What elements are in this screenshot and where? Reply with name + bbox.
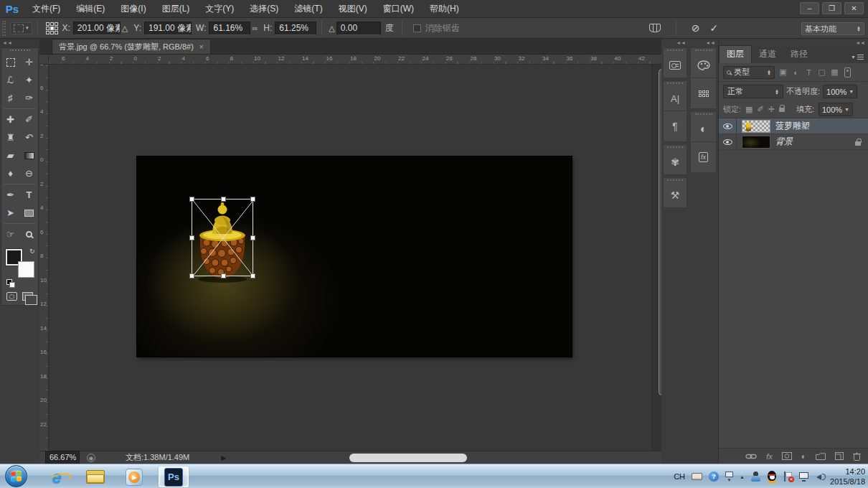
transform-handle-w[interactable] [189, 235, 194, 240]
filter-smart-object-icon[interactable]: ▦ [830, 67, 839, 77]
move-tool[interactable]: ✛ [20, 53, 39, 71]
lock-pixels-icon[interactable]: ✐ [757, 105, 763, 114]
taskbar-media-player[interactable]: ▶ [119, 466, 149, 487]
gradient-tool[interactable] [20, 146, 39, 164]
relative-position-toggle[interactable]: △ [122, 24, 128, 33]
tool-preset-picker[interactable]: ▾ [10, 22, 32, 34]
filter-adjustment-icon[interactable]: ◐ [791, 68, 801, 77]
angle-input[interactable]: 0.00 [336, 22, 381, 35]
network-icon[interactable] [799, 472, 810, 482]
transform-handle-s[interactable] [221, 273, 226, 278]
delete-layer-button[interactable] [853, 452, 861, 461]
crop-tool[interactable]: ♯ [1, 89, 20, 107]
quick-mask-button[interactable] [6, 292, 17, 301]
horizontal-scrollbar-thumb[interactable] [349, 454, 467, 462]
restore-button[interactable]: ❐ [822, 2, 841, 14]
layer-visibility-toggle[interactable] [719, 118, 737, 133]
cancel-transform-button[interactable]: ⊘ [692, 22, 700, 34]
commit-transform-button[interactable]: ✓ [710, 22, 719, 34]
layer-thumbnail[interactable] [742, 136, 770, 149]
close-button[interactable]: ✕ [844, 2, 864, 14]
taskbar-photoshop-active[interactable]: Ps [159, 466, 189, 487]
magic-wand-tool[interactable]: ✦ [20, 71, 39, 89]
transform-handle-se[interactable] [250, 273, 255, 278]
transform-handle-nw[interactable] [189, 197, 194, 202]
transform-handle-e[interactable] [250, 235, 255, 240]
transform-handle-ne[interactable] [250, 197, 255, 202]
zoom-tool[interactable] [20, 225, 39, 243]
brush-tool[interactable]: ✐ [20, 111, 39, 128]
menu-item-8[interactable]: 窗口(W) [375, 0, 422, 18]
lock-transparency-icon[interactable]: ▦ [745, 105, 753, 114]
paragraph-panel-button[interactable]: ¶ [663, 111, 687, 142]
menu-item-2[interactable]: 图像(I) [113, 0, 154, 18]
blur-tool[interactable]: ♦ [1, 164, 20, 182]
clone-stamp-tool[interactable]: ♜ [1, 128, 20, 146]
reference-point-locator[interactable] [46, 22, 58, 34]
device-icon[interactable]: ▼ [725, 471, 733, 482]
menu-item-9[interactable]: 帮助(H) [422, 0, 467, 18]
path-selection-tool[interactable]: ➤ [1, 204, 20, 222]
panel-tab-1[interactable]: 通道 [752, 46, 783, 63]
new-adjustment-layer-button[interactable]: ◐ [801, 451, 806, 461]
new-layer-button[interactable] [835, 452, 844, 460]
lock-position-icon[interactable]: ✛ [768, 105, 775, 114]
layer-name[interactable]: 菠萝雕塑 [775, 120, 810, 132]
taskbar-clock[interactable]: 14:20 2015/8/18 [830, 466, 865, 487]
menu-item-4[interactable]: 文字(Y) [197, 0, 242, 18]
document-tab[interactable]: 背景.jpg @ 66.7% (菠萝雕塑, RGB/8#) × [52, 39, 211, 54]
keyboard-icon[interactable] [692, 473, 702, 480]
filter-shape-icon[interactable]: ▢ [817, 67, 826, 77]
layer-thumbnail[interactable] [742, 120, 770, 133]
pen-tool[interactable]: ✒ [1, 186, 20, 204]
vertical-scrollbar[interactable] [651, 65, 661, 451]
opacity-dropdown[interactable]: 100% ▼ [823, 85, 857, 98]
history-brush-tool[interactable]: ↶ [20, 128, 39, 146]
warp-mode-toggle-icon[interactable] [649, 24, 661, 32]
rectangle-shape-tool[interactable] [20, 204, 39, 222]
swatches-panel-button[interactable] [690, 78, 717, 109]
default-colors-icon[interactable] [6, 279, 16, 288]
tools-grip[interactable] [10, 50, 30, 52]
tools-collapse-button[interactable]: ◄◄ [0, 39, 39, 47]
width-input[interactable]: 61.16% [209, 22, 250, 35]
menu-item-1[interactable]: 编辑(E) [68, 0, 113, 18]
menu-item-0[interactable]: 文件(F) [24, 0, 68, 18]
volume-icon[interactable] [816, 472, 826, 482]
filter-image-icon[interactable]: ▣ [778, 67, 788, 77]
panel-tab-0[interactable]: 图层 [719, 45, 752, 63]
new-group-button[interactable] [816, 453, 826, 460]
eyedropper-tool[interactable]: ✑ [20, 89, 39, 107]
background-color-swatch[interactable] [18, 261, 34, 278]
fill-dropdown[interactable]: 100% ▼ [819, 103, 853, 116]
link-dimensions-icon[interactable]: ∞ [252, 24, 258, 32]
workspace-switcher[interactable]: 基本功能 ▲▼ [801, 22, 864, 35]
hidden-icons-chevron[interactable]: ▲ [740, 474, 745, 479]
height-input[interactable]: 61.25% [275, 22, 316, 35]
panel-tab-2[interactable]: 路径 [783, 46, 815, 63]
brush-panel-button[interactable] [663, 47, 687, 78]
panel-menu-icon[interactable]: ▼ [851, 55, 864, 60]
dock2-collapse-button[interactable]: ◄◄ [689, 39, 718, 47]
language-indicator[interactable]: CH [674, 472, 685, 481]
swap-colors-icon[interactable]: ↻ [29, 248, 35, 255]
add-mask-button[interactable] [782, 452, 792, 460]
status-menu-arrow-icon[interactable]: ▶ [221, 454, 226, 461]
menu-item-6[interactable]: 滤镜(T) [286, 0, 330, 18]
hand-tool[interactable]: ☞ [1, 225, 20, 243]
transform-handle-n[interactable] [221, 197, 226, 202]
qq-icon[interactable] [767, 471, 777, 482]
screen-mode-button[interactable] [22, 292, 33, 301]
document-canvas[interactable] [137, 156, 572, 357]
adjustments-panel-button[interactable]: ◐ [690, 111, 717, 142]
transform-bounding-box[interactable] [192, 199, 253, 276]
character-panel-button[interactable]: A| [663, 80, 687, 111]
spot-healing-brush-tool[interactable]: ✚ [1, 111, 20, 128]
canvas-viewport[interactable] [49, 65, 651, 451]
menu-item-3[interactable]: 图层(L) [154, 0, 198, 18]
eraser-tool[interactable]: ▰ [1, 146, 20, 164]
filter-toggle-switch[interactable] [844, 67, 851, 78]
styles-panel-button[interactable]: fx [690, 142, 717, 173]
antialias-checkbox[interactable] [413, 24, 421, 32]
y-input[interactable]: 191.00 像素 [144, 22, 192, 35]
